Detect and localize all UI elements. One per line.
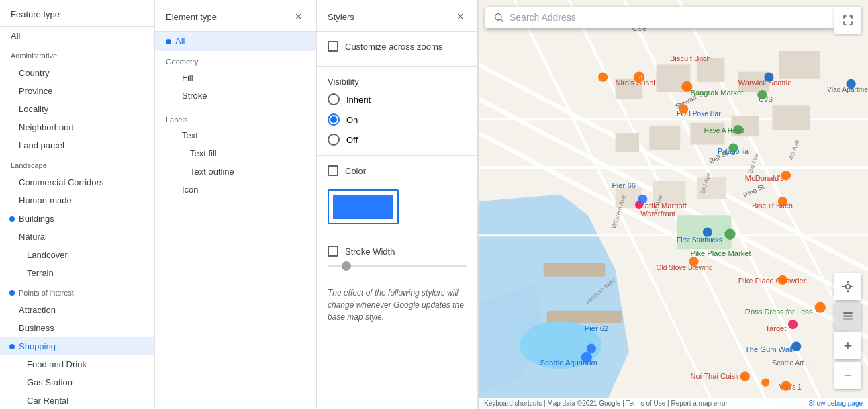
svg-rect-21 [779,51,820,79]
visibility-off[interactable]: Off [328,134,467,146]
all-dot-icon [166,39,171,44]
visibility-section: Visibility Inherit On Off [317,67,477,156]
svg-rect-101 [843,315,852,317]
color-label: Color [345,166,366,176]
svg-point-80 [703,228,712,237]
fullscreen-icon [842,14,854,26]
element-item-text-outline[interactable]: Text outline [155,163,316,181]
svg-rect-23 [649,126,680,150]
svg-text:Noi Thai Cuisine: Noi Thai Cuisine [690,372,745,380]
svg-point-78 [781,171,791,180]
fullscreen-button[interactable] [834,7,861,34]
map-svg: Bell St Stewart St Pine St Western Ave 1… [479,0,868,409]
svg-text:Pike Place Chowder: Pike Place Chowder [738,277,806,285]
color-section: Color [317,156,477,236]
element-item-all[interactable]: All [155,32,316,51]
customize-zooms-row[interactable]: Customize across zooms [328,41,467,52]
svg-point-89 [781,381,791,391]
svg-text:Warwick Seattle: Warwick Seattle [738,79,792,87]
svg-text:Target: Target [765,324,787,332]
svg-point-70 [679,104,688,113]
svg-point-72 [764,73,773,82]
color-row[interactable]: Color [328,165,467,176]
stroke-width-row[interactable]: Stroke Width [328,246,467,257]
map-attribution: Keyboard shortcuts | Map data ©2021 Goog… [479,398,868,409]
svg-text:Ross Dress for Less: Ross Dress for Less [745,308,813,316]
feature-item-commercial-corridors[interactable]: Commercial Corridors [0,173,154,191]
radio-off-outer [328,134,340,146]
color-swatch-container[interactable] [328,189,399,224]
feature-item-attraction[interactable]: Attraction [0,301,154,319]
element-item-text[interactable]: Text [155,126,316,144]
search-input[interactable]: Search Address [510,12,576,23]
svg-point-82 [778,275,787,285]
map-top-controls [834,7,861,34]
feature-item-buildings[interactable]: Buildings [0,210,154,228]
visibility-inherit[interactable]: Inherit [328,93,467,105]
stroke-width-label: Stroke Width [345,246,395,257]
stylers-panel-header: Stylers × [317,0,477,32]
svg-text:First Starbucks: First Starbucks [677,236,722,244]
feature-item-land-parcel[interactable]: Land parcel [0,136,154,154]
svg-point-93 [495,14,501,20]
feature-item-country[interactable]: Country [0,64,154,82]
feature-item-gas-station[interactable]: Gas Station [0,373,154,392]
svg-point-69 [598,73,608,82]
stylers-panel-close[interactable]: × [454,9,467,24]
zoom-out-button[interactable]: − [834,362,861,389]
stylers-panel-title: Stylers [328,12,354,22]
feature-item-human-made[interactable]: Human-made [0,191,154,210]
svg-rect-22 [616,133,640,152]
svg-point-84 [788,320,798,329]
svg-point-88 [740,371,750,381]
color-swatch[interactable] [333,195,393,219]
element-panel-close[interactable]: × [292,9,305,24]
feature-group-landscape: Landscape [0,154,154,173]
element-item-stroke[interactable]: Stroke [155,87,316,105]
svg-text:Pier 62: Pier 62 [585,324,608,332]
visibility-label: Visibility [328,77,467,87]
zoom-in-button[interactable]: + [834,332,861,359]
element-item-text-fill[interactable]: Text fill [155,144,316,163]
feature-item-natural[interactable]: Natural [0,228,154,246]
map-search-bar[interactable]: Search Address [485,7,834,28]
element-group-labels: Labels [155,109,316,126]
stroke-width-checkbox[interactable] [328,246,338,257]
feature-item-terrain[interactable]: Terrain [0,264,154,282]
visibility-radio-group: Inherit On Off [328,93,467,146]
color-checkbox[interactable] [328,165,338,176]
styler-note: The effect of the following stylers will… [317,277,477,332]
location-button[interactable] [834,273,861,300]
svg-point-74 [728,143,738,152]
svg-point-85 [791,342,801,351]
feature-item-shopping[interactable]: Shopping [0,337,154,355]
customize-zooms-checkbox[interactable] [328,41,338,52]
attribution-text: Keyboard shortcuts | Map data ©2021 Goog… [484,400,728,407]
element-item-fill[interactable]: Fill [155,69,316,87]
svg-point-91 [846,79,855,89]
search-icon [493,12,504,23]
svg-text:The Gum Wall: The Gum Wall [745,345,793,353]
svg-text:Pier 66: Pier 66 [612,181,635,189]
element-item-icon[interactable]: Icon [155,181,316,199]
feature-item-locality[interactable]: Locality [0,100,154,118]
feature-item-business[interactable]: Business [0,319,154,337]
slider-thumb[interactable] [342,261,351,271]
svg-point-83 [815,302,826,313]
feature-item-landcover[interactable]: Landcover [0,246,154,264]
slider-container [328,265,467,267]
visibility-on[interactable]: On [328,113,467,126]
svg-rect-3 [544,263,606,277]
radio-on-label: On [346,115,358,125]
feature-group-poi: Points of interest [0,282,154,301]
svg-rect-26 [773,105,810,130]
feature-item-food-and-drink[interactable]: Food and Drink [0,355,154,373]
feature-group-administrative: Administrative [0,45,154,64]
feature-item-province[interactable]: Province [0,82,154,100]
debug-label[interactable]: Show debug page [808,400,863,407]
feature-item-all[interactable]: All [0,27,154,45]
feature-item-car-rental[interactable]: Car Rental [0,392,154,409]
svg-point-90 [761,378,769,386]
feature-item-neighborhood[interactable]: Neighborhood [0,118,154,136]
layers-button[interactable] [834,303,861,330]
